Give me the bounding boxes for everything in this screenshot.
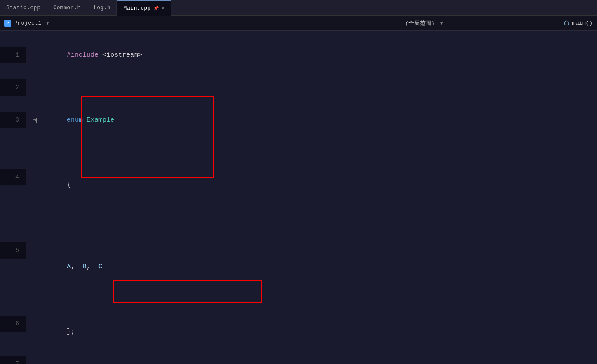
scope-label: (全局范围) xyxy=(405,20,435,27)
table-row: 4 { xyxy=(0,144,597,209)
line-num-7: 7 xyxy=(0,356,26,364)
scope-selector[interactable]: (全局范围) ▾ xyxy=(284,19,564,27)
table-row: 2 xyxy=(0,79,597,96)
project-icon: P xyxy=(4,20,11,27)
tab-main[interactable]: Main.cpp 📌 ✕ xyxy=(117,0,171,16)
line-num-5: 5 xyxy=(0,242,26,259)
line-num-2: 2 xyxy=(0,79,26,96)
table-row: 1 #include <iostream> xyxy=(0,31,597,79)
function-icon: ⬡ xyxy=(564,19,569,27)
code-line-5: A, B, C xyxy=(39,209,597,291)
tab-static[interactable]: Static.cpp xyxy=(0,0,47,16)
scope-dropdown-icon[interactable]: ▾ xyxy=(440,20,444,27)
table-row: 6 }; xyxy=(0,291,597,356)
project-dropdown-icon[interactable]: ▾ xyxy=(46,20,49,27)
function-label: main() xyxy=(572,20,593,26)
close-icon[interactable]: ✕ xyxy=(161,5,164,11)
code-editor[interactable]: 1 #include <iostream> 2 3 ⊟ enum Example… xyxy=(0,31,597,364)
tab-common[interactable]: Common.h xyxy=(47,0,87,16)
line-num-3: 3 xyxy=(0,112,26,128)
code-line-1: #include <iostream> xyxy=(39,31,597,79)
table-row: 5 A, B, C xyxy=(0,209,597,291)
table-row: 3 ⊟ enum Example xyxy=(0,96,597,144)
table-row: 7 xyxy=(0,356,597,364)
project-selector[interactable]: P Project1 ▾ xyxy=(4,20,284,27)
tab-main-label: Main.cpp xyxy=(123,5,150,11)
line-num-1: 1 xyxy=(0,47,26,63)
tab-common-label: Common.h xyxy=(53,4,80,11)
tab-log[interactable]: Log.h xyxy=(87,0,117,16)
project-name: Project1 xyxy=(14,20,41,26)
line-num-4: 4 xyxy=(0,169,26,185)
breadcrumb-bar: P Project1 ▾ (全局范围) ▾ ⬡ main() xyxy=(0,16,597,31)
tab-log-label: Log.h xyxy=(93,4,110,11)
pin-icon: 📌 xyxy=(153,6,159,11)
tab-static-label: Static.cpp xyxy=(6,4,40,11)
code-line-6: }; xyxy=(39,291,597,356)
code-line-4: { xyxy=(39,144,597,209)
line-num-6: 6 xyxy=(0,316,26,332)
fold-marker-3[interactable]: ⊟ xyxy=(32,118,37,123)
function-selector[interactable]: ⬡ main() xyxy=(564,19,593,27)
code-line-3: enum Example xyxy=(39,96,597,144)
tab-bar: Static.cpp Common.h Log.h Main.cpp 📌 ✕ xyxy=(0,0,597,16)
